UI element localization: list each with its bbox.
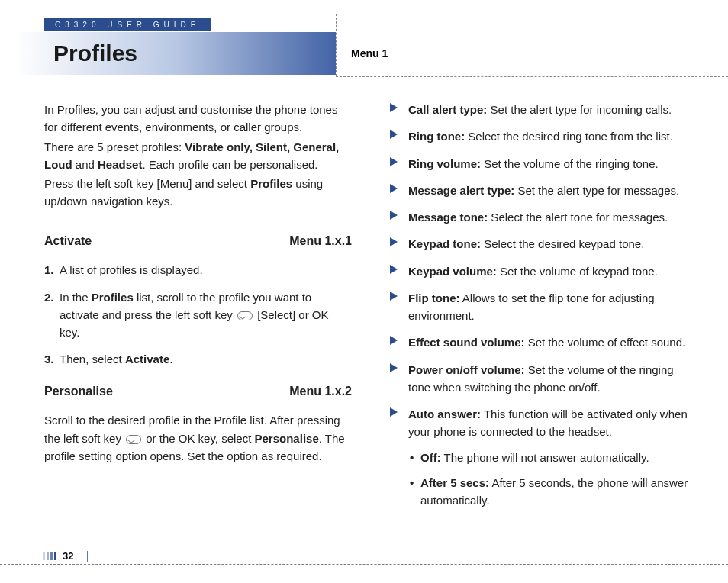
page-number: 32 [43,550,88,562]
heading-text: Activate [44,232,92,251]
option-item: Ring volume: Set the volume of the ringi… [390,155,697,172]
heading-menu: Menu 1.x.2 [289,382,352,401]
personalise-paragraph: Scroll to the desired profile in the Pro… [44,411,352,465]
option-term: Message tone: [408,211,488,224]
sub-term: After 5 secs: [420,476,489,489]
bullet-arrow-icon [390,336,398,345]
sub-desc: The phone will not answer automatically. [441,451,649,464]
bullet-arrow-icon [390,292,398,301]
option-item: Ring tone: Select the desired ring tone … [390,127,697,145]
step-1: A list of profiles is displayed. [44,261,352,279]
option-item: Message alert type: Set the alert type f… [390,182,697,199]
title-bar: Profiles [15,32,336,75]
option-term: Auto answer: [408,407,481,420]
text: and [72,158,98,171]
option-item: Effect sound volume: Set the volume of e… [390,333,697,351]
page-number-value: 32 [63,550,73,562]
bold-text: Profiles [92,291,134,304]
bold-text: Activate [125,353,169,366]
intro-block: In Profiles, you can adjust and customis… [44,101,352,211]
text: In the [60,291,92,304]
bullet-arrow-icon [390,211,398,220]
bullet-arrow-icon [390,103,398,112]
page-title: Profiles [53,40,137,66]
section-heading-activate: Activate Menu 1.x.1 [44,232,352,251]
bullet-arrow-icon [390,130,398,139]
bold-text: Profiles [250,177,292,190]
sub-item: After 5 secs: After 5 seconds, the phone… [410,474,697,510]
option-desc: Select the alert tone for messages. [488,211,668,224]
option-term: Flip tone: [408,292,460,304]
footer-rule [0,564,728,565]
header-rule-vertical [336,14,337,76]
right-column: Call alert type: Set the alert type for … [390,101,697,537]
option-term: Keypad volume: [408,265,497,278]
text: or the OK key, select [143,432,254,445]
option-item: Flip tone: Allows to set the flip tone f… [390,289,697,325]
option-term: Call alert type: [408,103,487,116]
section-heading-personalise: Personalise Menu 1.x.2 [44,382,352,401]
heading-menu: Menu 1.x.1 [289,232,352,251]
text: Then, select [60,353,125,366]
top-rule [0,14,728,14]
intro-p1: In Profiles, you can adjust and customis… [44,101,352,137]
page-bar [87,551,88,562]
guide-label: C3320 USER GUIDE [44,18,211,31]
text: . Each profile can be personalised. [142,158,317,171]
option-desc: Set the alert type for incoming calls. [487,103,672,116]
option-term: Ring tone: [408,130,465,143]
option-term: Keypad tone: [408,237,481,250]
bullet-arrow-icon [390,184,398,193]
left-column: In Profiles, you can adjust and customis… [44,101,352,537]
step-2: In the Profiles list, scroll to the prof… [44,288,352,342]
option-desc: Select the desired ring tone from the li… [465,130,673,143]
content-area: In Profiles, you can adjust and customis… [44,101,697,537]
option-term: Ring volume: [408,157,481,170]
bullet-arrow-icon [390,157,398,166]
activate-steps: A list of profiles is displayed. In the … [44,261,352,368]
option-term: Effect sound volume: [408,336,525,349]
intro-p2: There are 5 preset profiles: Vibrate onl… [44,138,352,174]
bullet-arrow-icon [390,237,398,246]
text: Press the left soft key [Menu] and selec… [44,177,250,190]
heading-text: Personalise [44,382,113,401]
sub-item: Off: The phone will not answer automatic… [410,449,697,466]
option-term: Message alert type: [408,184,514,197]
option-desc: Set the volume of the ringing tone. [481,157,659,170]
text: . [169,353,172,366]
option-item: Power on/off volume: Set the volume of t… [390,361,697,397]
text: There are 5 preset profiles: [44,140,185,153]
auto-answer-sublist: Off: The phone will not answer automatic… [408,449,697,510]
intro-p3: Press the left soft key [Menu] and selec… [44,175,352,211]
softkey-icon [237,311,253,320]
option-term: Power on/off volume: [408,363,525,376]
option-desc: Set the volume of keypad tone. [497,265,658,278]
bold-text: Personalise [255,432,319,445]
menu-number: Menu 1 [351,47,388,60]
option-item: Call alert type: Set the alert type for … [390,101,697,118]
softkey-icon [126,435,141,444]
step-3: Then, select Activate. [44,350,352,368]
bullet-arrow-icon [390,265,398,274]
option-item: Keypad tone: Select the desired keypad t… [390,235,697,253]
bold-text: Headset [98,158,142,171]
option-desc: Set the alert type for messages. [514,184,679,197]
bullet-arrow-icon [390,407,398,417]
bullet-arrow-icon [390,363,398,372]
options-list: Call alert type: Set the alert type for … [390,101,697,509]
page-ticks-icon [43,552,56,560]
option-desc: Select the desired keypad tone. [481,237,644,250]
header-rule-horizontal [336,76,728,77]
option-desc: Set the volume of effect sound. [525,336,686,349]
option-item: Auto answer: This function will be activ… [390,405,697,509]
option-item: Message tone: Select the alert tone for … [390,208,697,226]
option-item: Keypad volume: Set the volume of keypad … [390,263,697,280]
sub-term: Off: [420,451,441,464]
